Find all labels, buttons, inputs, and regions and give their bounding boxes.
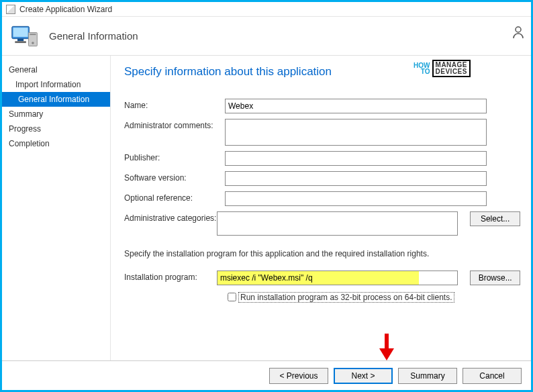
version-label: Software version: <box>124 171 225 183</box>
wizard-content: Specify information about this applicati… <box>111 56 531 360</box>
howto-logo: HOWTO MANAGEDEVICES <box>414 60 471 77</box>
publisher-label: Publisher: <box>124 151 225 162</box>
version-input[interactable] <box>225 171 487 186</box>
install-description: Specify the installation program for thi… <box>124 249 520 258</box>
titlebar: Create Application Wizard <box>2 2 531 17</box>
sidebar-item-progress[interactable]: Progress <box>2 121 110 136</box>
sidebar-item-general[interactable]: General <box>2 62 110 77</box>
run-32bit-label: Run installation program as 32-bit proce… <box>238 292 454 303</box>
publisher-input[interactable] <box>225 151 487 166</box>
run-32bit-checkbox[interactable] <box>228 293 236 301</box>
browse-button[interactable]: Browse... <box>470 271 520 285</box>
select-button[interactable]: Select... <box>470 211 520 226</box>
optref-label: Optional reference: <box>124 191 225 203</box>
window-title: Create Application Wizard <box>19 5 112 14</box>
admin-comments-input[interactable] <box>225 119 487 146</box>
app-icon <box>6 5 15 14</box>
svg-point-6 <box>32 42 34 44</box>
svg-rect-5 <box>30 34 36 35</box>
sidebar-item-general-info[interactable]: General Information <box>2 92 110 107</box>
sidebar-item-summary[interactable]: Summary <box>2 107 110 121</box>
optref-input[interactable] <box>225 191 487 206</box>
next-button[interactable]: Next > <box>334 368 393 384</box>
sidebar-item-completion[interactable]: Completion <box>2 136 110 151</box>
install-program-input[interactable] <box>217 271 458 285</box>
wizard-header: General Information <box>2 17 531 56</box>
svg-rect-3 <box>15 41 26 43</box>
name-input[interactable] <box>225 99 487 113</box>
header-title: General Information <box>49 30 138 42</box>
cancel-button[interactable]: Cancel <box>463 368 522 384</box>
wizard-window: Create Application Wizard General Inform… <box>0 0 533 392</box>
summary-button[interactable]: Summary <box>398 368 457 384</box>
wizard-sidebar: General Import Information General Infor… <box>2 56 111 360</box>
svg-rect-1 <box>13 28 28 37</box>
categories-label: Administrative categories: <box>124 211 217 223</box>
install-program-label: Installation program: <box>124 271 217 282</box>
user-icon <box>512 25 526 41</box>
previous-button[interactable]: < Previous <box>269 368 328 384</box>
admin-comments-label: Administrator comments: <box>124 119 225 130</box>
name-label: Name: <box>124 99 225 110</box>
svg-rect-2 <box>17 38 23 41</box>
sidebar-item-import-info[interactable]: Import Information <box>2 77 110 92</box>
computer-icon <box>10 21 40 51</box>
svg-point-7 <box>516 27 521 32</box>
wizard-footer: < Previous Next > Summary Cancel <box>2 360 531 390</box>
categories-box[interactable] <box>217 211 458 236</box>
